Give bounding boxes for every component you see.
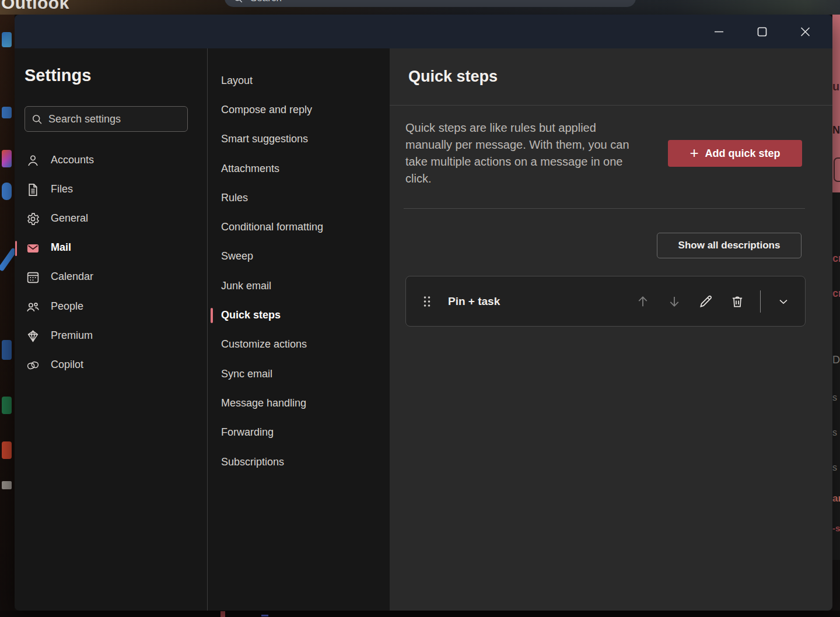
close-icon xyxy=(800,26,811,37)
settings-search-box[interactable] xyxy=(24,106,188,132)
background-outline-fragment xyxy=(834,157,840,182)
background-fragment: s xyxy=(832,392,837,403)
section-item-compose-and-reply[interactable]: Compose and reply xyxy=(208,95,390,124)
section-item-junk-email[interactable]: Junk email xyxy=(208,271,390,300)
copilot-icon xyxy=(26,358,40,373)
section-item-conditional-formatting[interactable]: Conditional formatting xyxy=(208,212,390,241)
app-icon-fragment xyxy=(2,397,12,414)
selected-indicator xyxy=(211,308,213,323)
background-pink-band: u N xyxy=(832,15,840,192)
section-item-sweep[interactable]: Sweep xyxy=(208,242,390,271)
settings-sidebar: Settings Accounts xyxy=(15,48,207,611)
section-item-label: Smart suggestions xyxy=(221,133,308,145)
app-icon-fragment xyxy=(2,150,12,167)
sidebar-item-label: Calendar xyxy=(51,271,93,284)
add-quick-step-button[interactable]: + Add quick step xyxy=(668,140,802,167)
background-titlebar: Outlook Search xyxy=(0,0,840,15)
settings-search-input[interactable] xyxy=(48,113,181,125)
section-item-label: Junk email xyxy=(221,280,271,292)
screen: Outlook Search u N cr cr De s s s ar xyxy=(0,0,840,617)
background-fragment: De xyxy=(832,354,840,366)
sidebar-item-label: General xyxy=(51,212,88,226)
minimize-button[interactable] xyxy=(702,19,736,44)
section-item-customize-actions[interactable]: Customize actions xyxy=(208,330,390,359)
trash-icon xyxy=(730,294,745,309)
edit-button[interactable] xyxy=(697,293,715,310)
maximize-button[interactable] xyxy=(745,19,779,44)
app-icon-fragment xyxy=(2,183,12,200)
show-all-descriptions-button[interactable]: Show all descriptions xyxy=(657,233,802,258)
background-dark-fragment xyxy=(832,560,840,611)
move-down-button[interactable] xyxy=(666,293,683,310)
plus-icon: + xyxy=(690,153,698,155)
dialog-body: Settings Accounts xyxy=(15,48,832,611)
background-fragment xyxy=(220,611,225,617)
section-item-label: Sync email xyxy=(221,368,272,380)
background-fragment: u xyxy=(832,80,839,93)
section-item-forwarding[interactable]: Forwarding xyxy=(208,418,390,447)
arrow-up-icon xyxy=(635,294,650,309)
settings-dialog: Settings Accounts xyxy=(15,15,832,611)
section-item-layout[interactable]: Layout xyxy=(208,66,390,95)
panel-title: Quick steps xyxy=(408,68,498,86)
sidebar-item-label: People xyxy=(51,300,83,314)
dialog-titlebar xyxy=(15,15,832,48)
sidebar-item-copilot[interactable]: Copilot xyxy=(15,350,207,380)
app-icon-fragment xyxy=(2,32,12,47)
divider xyxy=(760,290,761,313)
sidebar-item-people[interactable]: People xyxy=(15,292,207,321)
background-fragment: s xyxy=(832,462,837,473)
background-left-rail xyxy=(0,15,15,611)
section-item-label: Attachments xyxy=(221,163,279,175)
section-item-message-handling[interactable]: Message handling xyxy=(208,388,390,418)
section-item-label: Subscriptions xyxy=(221,456,284,468)
sidebar-item-label: Premium xyxy=(51,329,93,343)
chevron-down-icon xyxy=(777,295,790,308)
close-button[interactable] xyxy=(788,19,822,44)
background-bottom-strip xyxy=(0,611,840,617)
document-icon xyxy=(26,183,40,197)
app-icon-fragment xyxy=(2,340,12,360)
quick-step-row: Pin + task xyxy=(405,276,806,327)
section-item-quick-steps[interactable]: Quick steps xyxy=(208,300,390,329)
sidebar-item-label: Files xyxy=(51,183,73,197)
section-item-sync-email[interactable]: Sync email xyxy=(208,359,390,388)
arrow-down-icon xyxy=(667,294,682,309)
sidebar-item-files[interactable]: Files xyxy=(15,175,207,204)
selected-indicator xyxy=(15,241,18,256)
drag-handle[interactable] xyxy=(420,293,434,310)
section-item-rules[interactable]: Rules xyxy=(208,183,390,212)
section-item-subscriptions[interactable]: Subscriptions xyxy=(208,447,390,476)
expand-button[interactable] xyxy=(775,293,792,310)
sidebar-item-general[interactable]: General xyxy=(15,204,207,233)
background-fragment: N xyxy=(832,124,840,136)
delete-button[interactable] xyxy=(729,293,746,310)
divider xyxy=(390,105,832,106)
sidebar-item-label: Copilot xyxy=(51,359,83,372)
background-search-bar[interactable]: Search xyxy=(225,0,636,7)
people-icon xyxy=(26,300,40,314)
sidebar-item-calendar[interactable]: Calendar xyxy=(15,263,207,292)
sidebar-item-mail[interactable]: Mail xyxy=(15,234,207,263)
search-icon xyxy=(233,0,243,3)
background-fragment: ar xyxy=(832,493,840,504)
sidebar-item-premium[interactable]: Premium xyxy=(15,321,207,350)
mail-sections-nav: Layout Compose and reply Smart suggestio… xyxy=(207,48,390,611)
window-controls xyxy=(692,15,822,48)
section-item-label: Layout xyxy=(221,75,253,87)
background-right-edge: u N cr cr De s s s ar -s xyxy=(832,15,840,611)
section-item-label: Compose and reply xyxy=(221,104,312,116)
diamond-icon xyxy=(26,329,40,343)
background-fragment: cr xyxy=(832,253,840,265)
background-fragment: s xyxy=(832,427,837,438)
section-item-attachments[interactable]: Attachments xyxy=(208,154,390,183)
search-icon xyxy=(31,113,43,125)
sidebar-item-label: Accounts xyxy=(51,154,94,167)
section-item-label: Conditional formatting xyxy=(221,221,323,233)
move-up-button[interactable] xyxy=(634,293,652,310)
person-icon xyxy=(26,153,40,168)
sidebar-item-accounts[interactable]: Accounts xyxy=(15,146,207,175)
app-icon-fragment xyxy=(2,107,12,118)
settings-heading: Settings xyxy=(24,66,91,85)
section-item-smart-suggestions[interactable]: Smart suggestions xyxy=(208,125,390,154)
